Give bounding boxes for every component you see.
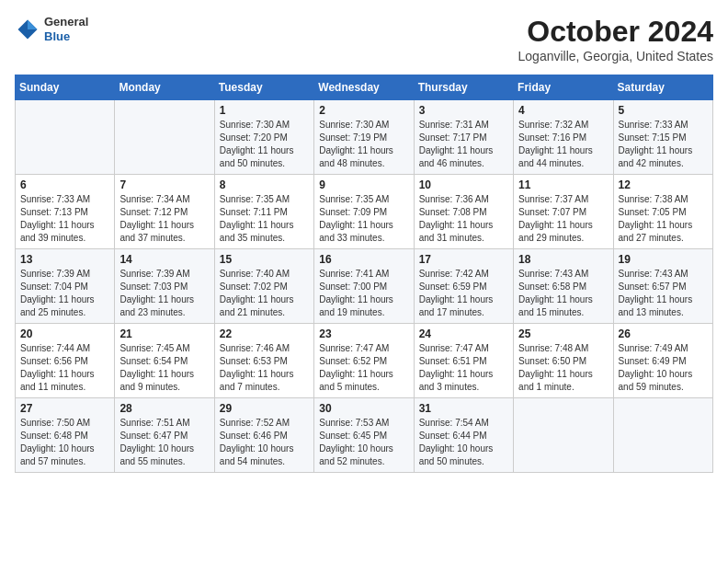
day-number: 31 bbox=[419, 402, 508, 415]
day-info: Sunrise: 7:43 AMSunset: 6:57 PMDaylight:… bbox=[619, 268, 708, 319]
day-number: 18 bbox=[518, 253, 608, 266]
day-info: Sunrise: 7:31 AMSunset: 7:17 PMDaylight:… bbox=[419, 119, 508, 170]
day-info: Sunrise: 7:35 AMSunset: 7:11 PMDaylight:… bbox=[220, 193, 309, 245]
day-number: 6 bbox=[20, 178, 109, 191]
calendar-cell: 6Sunrise: 7:33 AMSunset: 7:13 PMDaylight… bbox=[16, 175, 115, 249]
day-info: Sunrise: 7:41 AMSunset: 7:00 PMDaylight:… bbox=[319, 268, 408, 319]
location-text: Loganville, Georgia, United States bbox=[518, 49, 713, 63]
calendar-cell bbox=[16, 100, 115, 175]
logo-general-text: General bbox=[44, 15, 88, 29]
day-number: 20 bbox=[20, 327, 109, 340]
calendar-cell: 18Sunrise: 7:43 AMSunset: 6:58 PMDayligh… bbox=[514, 249, 613, 324]
calendar-cell: 9Sunrise: 7:35 AMSunset: 7:09 PMDaylight… bbox=[314, 175, 414, 249]
day-number: 7 bbox=[119, 178, 209, 191]
calendar-cell: 25Sunrise: 7:48 AMSunset: 6:50 PMDayligh… bbox=[514, 324, 613, 398]
logo-icon bbox=[15, 17, 40, 42]
day-info: Sunrise: 7:34 AMSunset: 7:12 PMDaylight:… bbox=[119, 193, 209, 245]
day-number: 2 bbox=[319, 104, 408, 117]
col-header-wednesday: Wednesday bbox=[314, 75, 414, 100]
calendar-cell: 23Sunrise: 7:47 AMSunset: 6:52 PMDayligh… bbox=[314, 324, 414, 398]
day-info: Sunrise: 7:45 AMSunset: 6:54 PMDaylight:… bbox=[119, 342, 209, 394]
day-info: Sunrise: 7:47 AMSunset: 6:52 PMDaylight:… bbox=[319, 342, 408, 394]
calendar-cell bbox=[115, 100, 214, 175]
calendar-cell: 10Sunrise: 7:36 AMSunset: 7:08 PMDayligh… bbox=[414, 175, 513, 249]
calendar-cell: 20Sunrise: 7:44 AMSunset: 6:56 PMDayligh… bbox=[16, 324, 115, 398]
day-info: Sunrise: 7:37 AMSunset: 7:07 PMDaylight:… bbox=[518, 193, 608, 245]
calendar-cell: 8Sunrise: 7:35 AMSunset: 7:11 PMDaylight… bbox=[214, 175, 313, 249]
calendar-header-row: SundayMondayTuesdayWednesdayThursdayFrid… bbox=[16, 75, 713, 100]
calendar-cell: 12Sunrise: 7:38 AMSunset: 7:05 PMDayligh… bbox=[613, 175, 712, 249]
calendar-cell: 31Sunrise: 7:54 AMSunset: 6:44 PMDayligh… bbox=[414, 398, 513, 473]
page-header: General Blue October 2024 Loganville, Ge… bbox=[15, 15, 713, 63]
calendar-cell: 21Sunrise: 7:45 AMSunset: 6:54 PMDayligh… bbox=[115, 324, 214, 398]
day-number: 4 bbox=[518, 104, 608, 117]
col-header-sunday: Sunday bbox=[16, 75, 115, 100]
calendar-week-row: 6Sunrise: 7:33 AMSunset: 7:13 PMDaylight… bbox=[16, 175, 713, 249]
calendar-cell: 1Sunrise: 7:30 AMSunset: 7:20 PMDaylight… bbox=[214, 100, 313, 175]
calendar-cell: 7Sunrise: 7:34 AMSunset: 7:12 PMDaylight… bbox=[115, 175, 214, 249]
calendar-cell bbox=[514, 398, 613, 473]
calendar-cell: 26Sunrise: 7:49 AMSunset: 6:49 PMDayligh… bbox=[613, 324, 712, 398]
day-info: Sunrise: 7:51 AMSunset: 6:47 PMDaylight:… bbox=[119, 417, 209, 468]
day-number: 25 bbox=[518, 327, 608, 340]
calendar-cell: 15Sunrise: 7:40 AMSunset: 7:02 PMDayligh… bbox=[214, 249, 313, 324]
day-number: 15 bbox=[220, 253, 309, 266]
day-info: Sunrise: 7:30 AMSunset: 7:20 PMDaylight:… bbox=[220, 119, 309, 170]
col-header-thursday: Thursday bbox=[414, 75, 513, 100]
col-header-saturday: Saturday bbox=[613, 75, 712, 100]
day-info: Sunrise: 7:49 AMSunset: 6:49 PMDaylight:… bbox=[619, 342, 708, 394]
logo-text: General Blue bbox=[44, 15, 88, 43]
calendar-cell: 30Sunrise: 7:53 AMSunset: 6:45 PMDayligh… bbox=[314, 398, 414, 473]
day-info: Sunrise: 7:52 AMSunset: 6:46 PMDaylight:… bbox=[220, 417, 309, 468]
day-info: Sunrise: 7:48 AMSunset: 6:50 PMDaylight:… bbox=[518, 342, 608, 394]
title-block: October 2024 Loganville, Georgia, United… bbox=[518, 15, 713, 63]
day-number: 21 bbox=[119, 327, 209, 340]
day-info: Sunrise: 7:44 AMSunset: 6:56 PMDaylight:… bbox=[20, 342, 109, 394]
day-info: Sunrise: 7:43 AMSunset: 6:58 PMDaylight:… bbox=[518, 268, 608, 319]
calendar-week-row: 27Sunrise: 7:50 AMSunset: 6:48 PMDayligh… bbox=[16, 398, 713, 473]
calendar-week-row: 13Sunrise: 7:39 AMSunset: 7:04 PMDayligh… bbox=[16, 249, 713, 324]
calendar-cell: 28Sunrise: 7:51 AMSunset: 6:47 PMDayligh… bbox=[115, 398, 214, 473]
day-number: 10 bbox=[419, 178, 508, 191]
day-number: 3 bbox=[419, 104, 508, 117]
logo-blue-text: Blue bbox=[44, 29, 88, 44]
calendar-cell: 29Sunrise: 7:52 AMSunset: 6:46 PMDayligh… bbox=[214, 398, 313, 473]
calendar-cell: 27Sunrise: 7:50 AMSunset: 6:48 PMDayligh… bbox=[16, 398, 115, 473]
calendar-cell: 17Sunrise: 7:42 AMSunset: 6:59 PMDayligh… bbox=[414, 249, 513, 324]
day-number: 27 bbox=[20, 402, 109, 415]
day-number: 13 bbox=[20, 253, 109, 266]
calendar-cell: 3Sunrise: 7:31 AMSunset: 7:17 PMDaylight… bbox=[414, 100, 513, 175]
day-info: Sunrise: 7:47 AMSunset: 6:51 PMDaylight:… bbox=[419, 342, 508, 394]
calendar-cell: 5Sunrise: 7:33 AMSunset: 7:15 PMDaylight… bbox=[613, 100, 712, 175]
calendar-cell: 13Sunrise: 7:39 AMSunset: 7:04 PMDayligh… bbox=[16, 249, 115, 324]
calendar-cell: 11Sunrise: 7:37 AMSunset: 7:07 PMDayligh… bbox=[514, 175, 613, 249]
calendar-cell: 16Sunrise: 7:41 AMSunset: 7:00 PMDayligh… bbox=[314, 249, 414, 324]
day-number: 11 bbox=[518, 178, 608, 191]
day-info: Sunrise: 7:50 AMSunset: 6:48 PMDaylight:… bbox=[20, 417, 109, 468]
day-number: 28 bbox=[119, 402, 209, 415]
month-title: October 2024 bbox=[518, 15, 713, 49]
svg-marker-1 bbox=[28, 19, 38, 29]
day-info: Sunrise: 7:53 AMSunset: 6:45 PMDaylight:… bbox=[319, 417, 408, 468]
day-info: Sunrise: 7:42 AMSunset: 6:59 PMDaylight:… bbox=[419, 268, 508, 319]
day-info: Sunrise: 7:36 AMSunset: 7:08 PMDaylight:… bbox=[419, 193, 508, 245]
col-header-tuesday: Tuesday bbox=[214, 75, 313, 100]
day-info: Sunrise: 7:54 AMSunset: 6:44 PMDaylight:… bbox=[419, 417, 508, 468]
calendar-table: SundayMondayTuesdayWednesdayThursdayFrid… bbox=[15, 75, 713, 473]
calendar-cell bbox=[613, 398, 712, 473]
day-number: 17 bbox=[419, 253, 508, 266]
day-number: 1 bbox=[220, 104, 309, 117]
day-number: 16 bbox=[319, 253, 408, 266]
day-number: 9 bbox=[319, 178, 408, 191]
day-info: Sunrise: 7:32 AMSunset: 7:16 PMDaylight:… bbox=[518, 119, 608, 170]
calendar-cell: 4Sunrise: 7:32 AMSunset: 7:16 PMDaylight… bbox=[514, 100, 613, 175]
col-header-monday: Monday bbox=[115, 75, 214, 100]
day-number: 19 bbox=[619, 253, 708, 266]
day-number: 8 bbox=[220, 178, 309, 191]
day-info: Sunrise: 7:39 AMSunset: 7:04 PMDaylight:… bbox=[20, 268, 109, 319]
calendar-week-row: 20Sunrise: 7:44 AMSunset: 6:56 PMDayligh… bbox=[16, 324, 713, 398]
calendar-cell: 2Sunrise: 7:30 AMSunset: 7:19 PMDaylight… bbox=[314, 100, 414, 175]
day-info: Sunrise: 7:39 AMSunset: 7:03 PMDaylight:… bbox=[119, 268, 209, 319]
day-info: Sunrise: 7:38 AMSunset: 7:05 PMDaylight:… bbox=[619, 193, 708, 245]
day-number: 23 bbox=[319, 327, 408, 340]
